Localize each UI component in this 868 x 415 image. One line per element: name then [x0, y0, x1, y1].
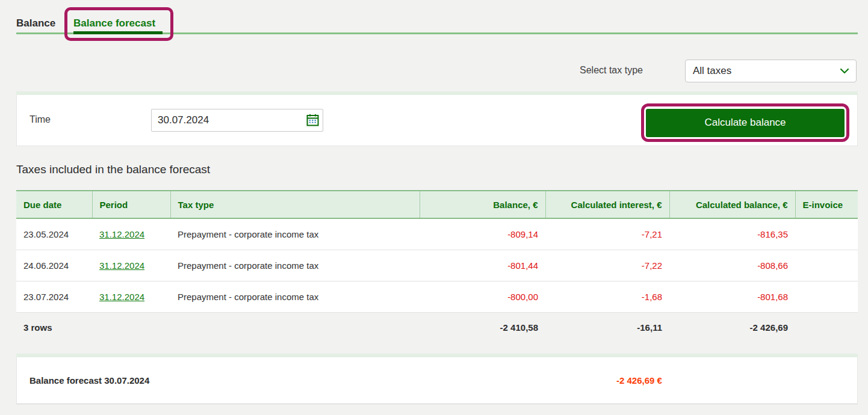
calculated-balance-total: -2 426,69 — [669, 312, 795, 342]
balance-cell: -801,44 — [420, 250, 545, 281]
balance-cell: -800,00 — [420, 281, 545, 312]
col-header-calculated-balance: Calculated balance, € — [669, 191, 795, 218]
date-field-wrap — [151, 109, 323, 132]
tax-type-cell: Prepayment - corporate income tax — [170, 250, 420, 281]
table-header-row: Due date Period Tax type Balance, € Calc… — [16, 191, 858, 218]
section-title: Taxes included in the balance forecast — [16, 163, 210, 176]
row-count: 3 rows — [16, 312, 92, 342]
table-row: 23.07.2024 31.12.2024 Prepayment - corpo… — [16, 281, 858, 312]
interest-total: -16,11 — [545, 312, 669, 342]
period-cell: 31.12.2024 — [92, 281, 170, 312]
balance-forecast-summary-card: Balance forecast 30.07.2024 -2 426,69 € — [16, 354, 858, 404]
e-invoice-cell — [795, 250, 858, 281]
period-link[interactable]: 31.12.2024 — [99, 292, 144, 302]
time-filter-card-body: Time Calculate — [16, 95, 858, 146]
tab-balance[interactable]: Balance — [16, 17, 55, 30]
calendar-picker-button[interactable] — [306, 114, 319, 126]
col-header-balance: Balance, € — [420, 191, 545, 218]
e-invoice-cell — [795, 281, 858, 312]
calculated-balance-cell: -808,66 — [669, 250, 795, 281]
interest-cell: -7,21 — [545, 218, 669, 250]
calculated-balance-cell: -816,35 — [669, 218, 795, 250]
time-filter-card: Time Calculate — [16, 91, 858, 146]
summary-total-value: -2 426,69 € — [616, 375, 662, 386]
period-cell: 31.12.2024 — [92, 250, 170, 281]
period-link[interactable]: 31.12.2024 — [99, 229, 144, 239]
select-tax-type-label: Select tax type — [580, 65, 643, 76]
col-header-due-date: Due date — [16, 191, 92, 218]
annotation-highlight-button: Calculate balance — [641, 103, 849, 142]
table-row: 24.06.2024 31.12.2024 Prepayment - corpo… — [16, 250, 858, 281]
calendar-icon — [306, 114, 319, 126]
active-tab-underline — [73, 31, 163, 34]
e-invoice-cell — [795, 218, 858, 250]
tax-type-dropdown-value: All taxes — [693, 65, 840, 77]
col-header-period: Period — [92, 191, 170, 218]
interest-cell: -1,68 — [545, 281, 669, 312]
due-date-cell: 23.07.2024 — [16, 281, 92, 312]
due-date-cell: 24.06.2024 — [16, 250, 92, 281]
tax-type-dropdown[interactable]: All taxes — [685, 60, 857, 82]
balance-forecast-page: Balance Balance forecast Select tax type… — [0, 0, 868, 415]
time-label: Time — [29, 114, 51, 125]
summary-card-body: Balance forecast 30.07.2024 -2 426,69 € — [16, 357, 858, 404]
balance-total: -2 410,58 — [420, 312, 545, 342]
balance-cell: -809,14 — [420, 218, 545, 250]
period-link[interactable]: 31.12.2024 — [99, 260, 144, 271]
col-header-tax-type: Tax type — [170, 191, 420, 218]
col-header-e-invoice: E-invoice — [795, 191, 858, 218]
tab-balance-forecast[interactable]: Balance forecast — [73, 17, 155, 30]
tax-type-cell: Prepayment - corporate income tax — [170, 218, 420, 250]
time-date-input[interactable] — [151, 109, 323, 132]
table-totals-row: 3 rows -2 410,58 -16,11 -2 426,69 — [16, 312, 858, 342]
interest-cell: -7,22 — [545, 250, 669, 281]
due-date-cell: 23.05.2024 — [16, 218, 92, 250]
table-row: 23.05.2024 31.12.2024 Prepayment - corpo… — [16, 218, 858, 250]
calculate-balance-button[interactable]: Calculate balance — [646, 109, 845, 137]
summary-label: Balance forecast 30.07.2024 — [29, 375, 149, 386]
taxes-table: Due date Period Tax type Balance, € Calc… — [16, 190, 858, 342]
calculated-balance-cell: -801,68 — [669, 281, 795, 312]
tax-type-cell: Prepayment - corporate income tax — [170, 281, 420, 312]
period-cell: 31.12.2024 — [92, 218, 170, 250]
col-header-calculated-interest: Calculated interest, € — [545, 191, 669, 218]
chevron-down-icon — [840, 68, 849, 74]
